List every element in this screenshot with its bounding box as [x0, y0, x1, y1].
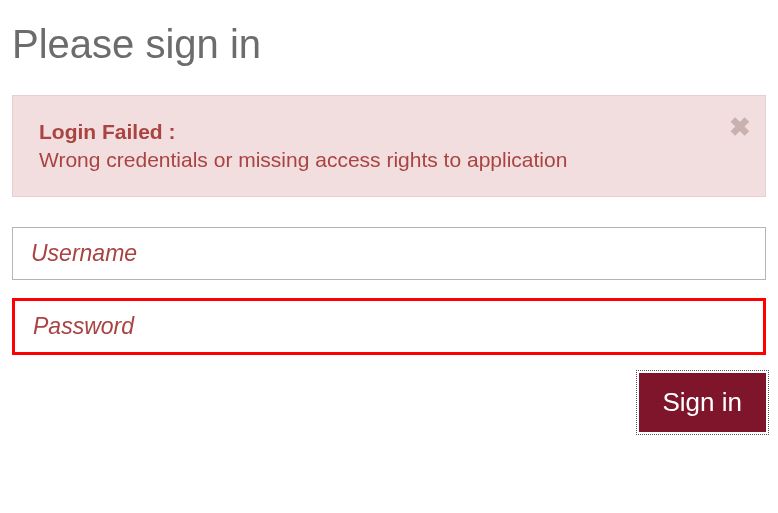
- signin-button[interactable]: Sign in: [639, 373, 767, 432]
- close-icon[interactable]: ✖: [729, 114, 751, 140]
- username-input[interactable]: [12, 227, 766, 280]
- password-input[interactable]: [15, 301, 763, 352]
- button-row: Sign in: [12, 373, 766, 432]
- alert-title: Login Failed :: [39, 120, 725, 144]
- password-input-wrapper: [12, 298, 766, 355]
- alert-message: Wrong credentials or missing access righ…: [39, 148, 725, 172]
- page-title: Please sign in: [12, 22, 766, 67]
- login-failed-alert: Login Failed : Wrong credentials or miss…: [12, 95, 766, 197]
